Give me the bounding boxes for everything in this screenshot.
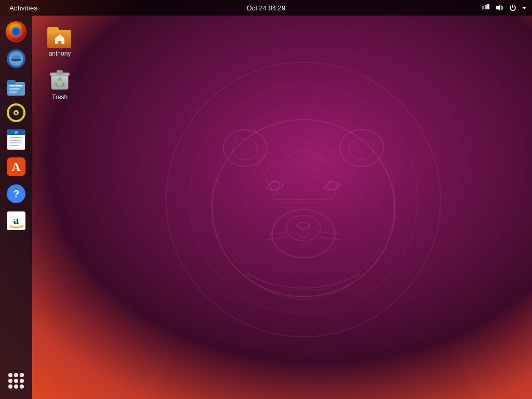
- topbar-right: [481, 3, 527, 12]
- help-icon: ?: [6, 183, 26, 204]
- activities-button[interactable]: Activities: [5, 4, 42, 12]
- svg-text:A: A: [11, 160, 21, 174]
- svg-rect-35: [9, 85, 23, 87]
- svg-point-4: [223, 130, 267, 166]
- dock: W A ? a: [0, 16, 32, 399]
- desktop-icons: anthony: [39, 21, 81, 103]
- power-icon[interactable]: [508, 3, 517, 12]
- datetime-display: Oct 24 04:29: [247, 4, 285, 12]
- svg-marker-25: [496, 5, 500, 11]
- dock-item-files[interactable]: [4, 74, 28, 98]
- svg-point-6: [232, 139, 257, 159]
- dock-bottom: [4, 369, 28, 393]
- topbar-left: Activities: [5, 4, 42, 12]
- svg-rect-22: [482, 6, 484, 9]
- dock-item-help[interactable]: ?: [4, 182, 28, 206]
- svg-rect-36: [9, 88, 20, 90]
- network-icon[interactable]: [481, 3, 490, 12]
- firefox-icon: [6, 21, 26, 42]
- trash-icon: [47, 66, 72, 91]
- svg-rect-34: [7, 80, 16, 84]
- svg-text:?: ?: [13, 188, 19, 200]
- home-folder-icon: [47, 23, 72, 48]
- svg-text:W: W: [15, 131, 18, 134]
- svg-rect-46: [9, 140, 21, 141]
- svg-line-15: [319, 237, 340, 240]
- svg-rect-59: [47, 27, 59, 33]
- dock-item-thunderbird[interactable]: [4, 47, 28, 71]
- desktop-icon-home[interactable]: anthony: [39, 21, 81, 59]
- writer-icon: W: [6, 129, 26, 151]
- dock-item-rhythmbox[interactable]: [4, 101, 28, 125]
- svg-rect-47: [9, 142, 22, 143]
- desktop-icon-trash[interactable]: Trash: [39, 64, 81, 103]
- appcenter-icon: A: [6, 156, 26, 177]
- show-apps-button[interactable]: [4, 369, 28, 393]
- svg-point-41: [15, 112, 17, 114]
- dock-item-amazon[interactable]: a: [4, 209, 28, 233]
- otter-wallpaper: [161, 57, 446, 342]
- svg-point-5: [340, 130, 383, 166]
- svg-rect-45: [9, 137, 23, 138]
- topbar: Activities Oct 24 04:29: [0, 0, 532, 16]
- svg-rect-37: [9, 91, 17, 93]
- svg-text:a: a: [14, 214, 19, 227]
- topbar-clock: Oct 24 04:29: [247, 4, 285, 12]
- svg-rect-24: [487, 4, 489, 9]
- svg-rect-23: [485, 5, 487, 9]
- svg-marker-26: [522, 7, 526, 9]
- sound-icon[interactable]: [495, 3, 504, 12]
- dock-item-writer[interactable]: W: [4, 128, 28, 152]
- topbar-menu-arrow[interactable]: [522, 3, 527, 12]
- svg-point-29: [12, 28, 20, 35]
- dock-item-appcenter[interactable]: A: [4, 155, 28, 179]
- trash-label: Trash: [52, 94, 68, 101]
- svg-point-7: [349, 139, 374, 159]
- desktop: Activities Oct 24 04:29: [0, 0, 532, 399]
- rhythmbox-icon: [6, 102, 26, 123]
- svg-line-13: [266, 237, 287, 240]
- grid-dots-icon: [8, 373, 24, 389]
- svg-rect-48: [9, 145, 19, 146]
- files-icon: [5, 75, 27, 97]
- amazon-icon: a: [6, 210, 26, 231]
- home-folder-label: anthony: [49, 50, 71, 57]
- dock-item-firefox[interactable]: [4, 20, 28, 44]
- thunderbird-icon: [6, 48, 26, 69]
- svg-rect-63: [57, 70, 63, 74]
